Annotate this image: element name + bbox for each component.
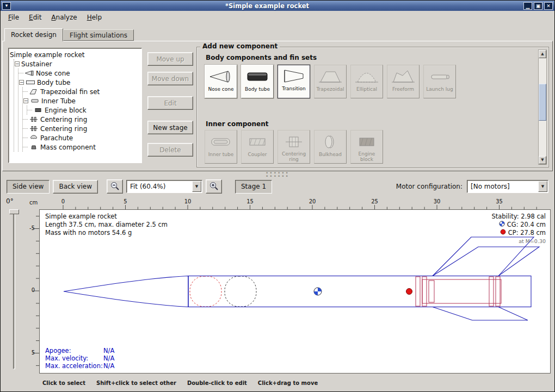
rotation-value: 0° <box>6 197 14 205</box>
titlebar[interactable]: ▾ *Simple example rocket ▁ ▣ ✕ <box>1 1 554 11</box>
split-divider[interactable]: •••••••••••• <box>2 171 553 178</box>
launch-lug-icon <box>427 67 452 86</box>
nose-cone-icon <box>24 70 34 76</box>
motor-configuration-select[interactable]: [No motors] ▼ <box>467 180 548 193</box>
add-transition-button[interactable]: Transition <box>278 65 310 98</box>
rocket-info: Simple example rocket Length 37.5 cm, ma… <box>45 213 168 237</box>
rocket-outline <box>64 237 539 320</box>
main-tabs: Rocket design Flight simulations <box>2 23 553 41</box>
tab-flight-simulations[interactable]: Flight simulations <box>63 29 134 41</box>
hint-drag: Click+drag to move <box>258 380 318 386</box>
splitter-grip-icon[interactable]: •••••••••••• <box>266 171 289 178</box>
scrollbar-thumb[interactable] <box>539 84 546 121</box>
velocity-value: N/A <box>103 354 114 362</box>
elliptical-fin-icon <box>354 67 379 86</box>
body-components-label: Body components and fin sets <box>206 54 317 61</box>
move-up-button: Move up <box>147 52 193 66</box>
chevron-down-icon[interactable]: ▼ <box>192 181 201 192</box>
component-tree[interactable]: Simple example rocket Sustainer Nos <box>8 48 142 163</box>
zoom-select[interactable]: Fit (60.4%) ▼ <box>126 180 202 193</box>
side-view-button[interactable]: Side view <box>7 180 50 194</box>
menu-file[interactable]: File <box>3 13 24 22</box>
body-tube-icon <box>26 79 35 85</box>
engine-block-icon <box>33 107 43 113</box>
transition-icon <box>281 66 306 86</box>
hint-click: Click to select <box>42 380 85 386</box>
tree-item-sustainer[interactable]: Sustainer <box>14 59 140 69</box>
tab-rocket-design[interactable]: Rocket design <box>4 28 63 41</box>
add-nose-cone-button[interactable]: Nose cone <box>205 65 237 98</box>
zoom-out-button[interactable] <box>107 179 123 194</box>
design-section: Simple example rocket Sustainer Nos <box>2 41 553 171</box>
tree-item-body-tube[interactable]: Body tube <box>18 78 140 87</box>
delete-button: Delete <box>147 143 193 157</box>
stage-1-toggle[interactable]: Stage 1 <box>235 180 272 194</box>
new-stage-button[interactable]: New stage <box>147 121 193 134</box>
cg-icon <box>499 221 505 229</box>
menu-analyze[interactable]: Analyze <box>46 13 82 22</box>
add-body-tube-button[interactable]: Body tube <box>241 65 274 98</box>
add-trapezoidal-fin-button: Trapezoidal <box>314 65 347 98</box>
tree-item-nose-cone[interactable]: Nose cone <box>18 69 140 78</box>
edit-button: Edit <box>147 96 193 110</box>
mass-component-outline <box>225 276 256 307</box>
cp-icon <box>500 229 506 237</box>
add-bulkhead-button: Bulkhead <box>314 130 347 164</box>
window-title: *Simple example rocket <box>13 2 522 10</box>
parachute-icon <box>29 135 39 141</box>
rotation-slider-knob[interactable] <box>9 209 19 214</box>
tree-item-centering-ring-1[interactable]: Centering ring <box>23 115 140 124</box>
tree-item-rocket[interactable]: Simple example rocket <box>10 50 140 59</box>
freeform-fin-icon <box>391 67 416 86</box>
vertical-ruler: -5 0 5 <box>27 209 39 374</box>
tree-item-inner-tube[interactable]: Inner Tube <box>23 96 140 105</box>
add-centering-ring-button: Centering ring <box>278 130 310 164</box>
inner-components <box>416 277 501 306</box>
menu-help[interactable]: Help <box>82 13 107 22</box>
cp-marker <box>406 289 412 295</box>
nose-cone-icon <box>208 67 233 86</box>
collapse-icon[interactable] <box>23 98 28 103</box>
zoom-out-icon <box>110 181 120 192</box>
rocket-canvas[interactable]: Simple example rocket Length 37.5 cm, ma… <box>39 209 551 374</box>
collapse-icon[interactable] <box>19 80 24 85</box>
minimize-button[interactable]: ▁ <box>523 2 532 10</box>
component-scrollbar[interactable]: ▲ ▼ <box>538 49 547 165</box>
bulkhead-icon <box>318 132 343 152</box>
horizontal-ruler: 0 5 10 15 20 25 30 35 <box>39 198 551 209</box>
menu-edit[interactable]: Edit <box>24 13 46 22</box>
centering-ring-icon <box>281 132 306 151</box>
stability-info: Stability: 2.98 cal CG: 20.4 cm CP: 27.8… <box>491 213 546 245</box>
acceleration-value: N/A <box>103 362 114 370</box>
zoom-in-button[interactable] <box>206 179 222 194</box>
add-launch-lug-button: Launch lug <box>423 65 456 98</box>
add-freeform-fin-button: Freeform <box>387 65 420 98</box>
tree-item-fin-set[interactable]: Trapezoidal fin set <box>23 87 140 96</box>
hint-shift-click: Shift+click to select other <box>96 380 176 386</box>
cp-value: CP: 27.8 cm <box>508 229 546 237</box>
tree-item-parachute[interactable]: Parachute <box>23 133 140 142</box>
centering-ring-icon <box>29 126 39 132</box>
add-elliptical-fin-button: Elliptical <box>350 65 383 98</box>
scrollbar-down-icon[interactable]: ▼ <box>539 156 546 164</box>
flight-data: Apogee:N/A Max. velocity:N/A Max. accele… <box>45 347 114 370</box>
rotation-slider[interactable] <box>13 213 15 369</box>
inner-tube-icon <box>208 132 233 152</box>
maximize-button[interactable]: ▣ <box>534 2 542 10</box>
mach-condition: at M=0.30 <box>491 237 546 245</box>
close-button[interactable]: ✕ <box>544 2 553 10</box>
scrollbar-up-icon[interactable]: ▲ <box>539 50 546 58</box>
ruler-unit: cm <box>27 200 39 209</box>
app-window: ▾ *Simple example rocket ▁ ▣ ✕ File Edit… <box>0 0 555 392</box>
centering-ring-icon <box>29 116 39 122</box>
chevron-down-icon[interactable]: ▼ <box>538 181 547 192</box>
back-view-button[interactable]: Back view <box>53 180 98 194</box>
tree-item-centering-ring-2[interactable]: Centering ring <box>23 124 140 133</box>
collapse-icon[interactable] <box>15 61 20 66</box>
window-menu-icon[interactable]: ▾ <box>2 2 11 10</box>
tree-item-mass-component[interactable]: Mass component <box>23 142 140 152</box>
tree-item-engine-block[interactable]: Engine block <box>27 105 140 115</box>
coupler-icon <box>245 132 270 152</box>
zoom-in-icon <box>209 181 219 192</box>
apogee-value: N/A <box>103 347 114 354</box>
